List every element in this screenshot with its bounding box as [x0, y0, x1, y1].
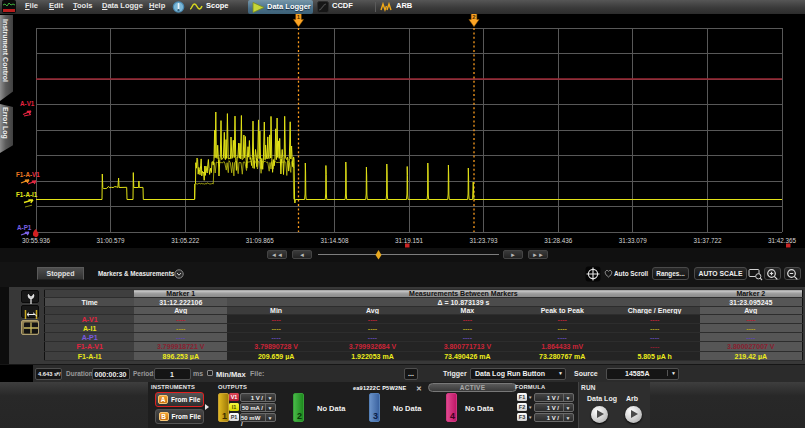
svg-text:31:05.222: 31:05.222	[171, 237, 200, 244]
svg-text:A-P1: A-P1	[17, 224, 32, 231]
svg-text:31:19.151: 31:19.151	[395, 237, 424, 244]
svg-text:31:14.508: 31:14.508	[320, 237, 349, 244]
svg-text:31:37.722: 31:37.722	[693, 237, 722, 244]
svg-text:31:00.579: 31:00.579	[97, 237, 126, 244]
svg-text:30:55.936: 30:55.936	[22, 237, 51, 244]
svg-text:31:42.365: 31:42.365	[768, 237, 797, 244]
svg-text:F1-A-V1: F1-A-V1	[16, 171, 40, 178]
svg-text:31:28.436: 31:28.436	[544, 237, 573, 244]
svg-text:31:09.865: 31:09.865	[246, 237, 275, 244]
svg-text:F1-A-I1: F1-A-I1	[16, 191, 38, 198]
svg-text:31:23.793: 31:23.793	[470, 237, 499, 244]
svg-text:31:33.079: 31:33.079	[619, 237, 648, 244]
svg-text:A-V1: A-V1	[20, 100, 35, 107]
